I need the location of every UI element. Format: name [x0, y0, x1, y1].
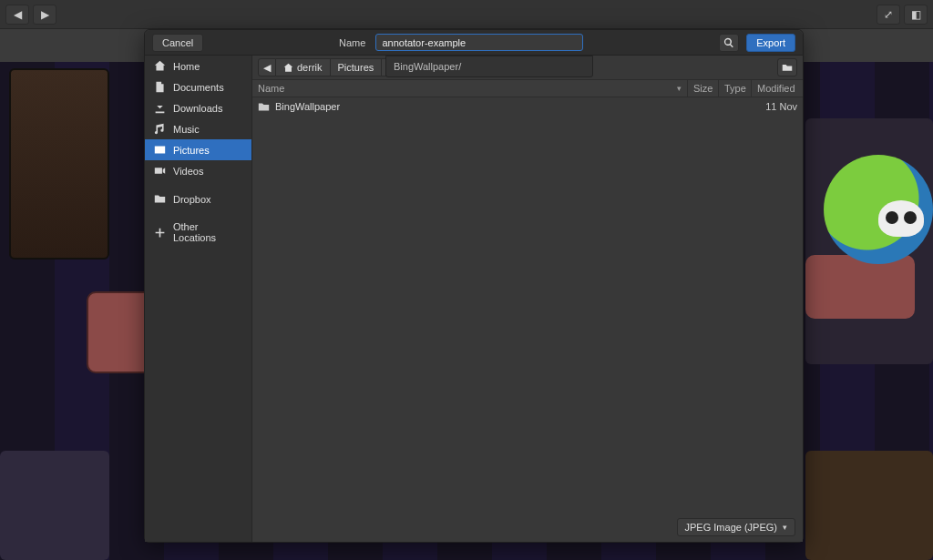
toolbar-action-button[interactable]: ⤢: [877, 5, 900, 25]
file-format-label: JPEG Image (JPEG): [685, 522, 777, 533]
sidebar-item-documents[interactable]: Documents: [145, 76, 251, 97]
chevron-right-icon: ▶: [41, 8, 49, 21]
home-icon: [154, 60, 166, 72]
sidebar-item-label: Music: [173, 124, 200, 135]
sort-indicator-icon: ▾: [677, 84, 682, 93]
breadcrumb-segment-home[interactable]: derrik: [276, 58, 331, 76]
folder-icon: [258, 101, 270, 113]
column-label: Name: [258, 83, 284, 94]
bg-decoration: [9, 68, 109, 260]
column-header-size[interactable]: Size: [688, 80, 719, 97]
places-sidebar: Home Documents Downloads Music Pictures …: [145, 56, 252, 542]
file-name-label: BingWallpaper: [275, 101, 340, 112]
file-list-header: Name ▾ Size Type Modified: [252, 79, 803, 97]
sidebar-item-downloads[interactable]: Downloads: [145, 97, 251, 118]
cancel-button[interactable]: Cancel: [152, 34, 203, 52]
column-label: Modified: [757, 83, 795, 94]
breadcrumb-label: Pictures: [338, 62, 374, 73]
sidebar-item-label: Other Locations: [173, 221, 242, 243]
bg-decoration: [878, 200, 924, 237]
toolbar-action-button[interactable]: ◧: [904, 5, 928, 25]
filename-input[interactable]: [375, 34, 583, 51]
toolbar-back-button[interactable]: ◀: [5, 5, 29, 25]
sidebar-item-dropbox[interactable]: Dropbox: [145, 188, 251, 209]
file-browser-panel: ◀ derrik Pictures ▶ Name: [252, 56, 803, 542]
breadcrumb-label: derrik: [297, 62, 323, 73]
export-button[interactable]: Export: [746, 34, 795, 52]
file-row[interactable]: BingWallpaper 11 Nov: [252, 97, 803, 116]
videos-icon: [154, 165, 166, 177]
sidebar-item-label: Pictures: [173, 145, 210, 156]
sidebar-item-home[interactable]: Home: [145, 56, 251, 76]
document-icon: [154, 81, 166, 93]
column-header-modified[interactable]: Modified: [752, 80, 803, 97]
file-type-cell: [719, 97, 752, 116]
sidebar-item-label: Home: [173, 61, 200, 72]
filename-label: Name: [339, 37, 365, 48]
plus-icon: [154, 227, 166, 239]
file-list[interactable]: BingWallpaper 11 Nov: [252, 97, 803, 542]
sidebar-item-label: Dropbox: [173, 194, 211, 205]
bg-decoration: [0, 451, 109, 560]
new-folder-button[interactable]: [777, 58, 797, 76]
toolbar-forward-button[interactable]: ▶: [33, 5, 56, 25]
bg-decoration: [805, 255, 915, 319]
new-folder-icon: [782, 62, 793, 73]
chevron-left-icon: ◀: [263, 62, 271, 74]
music-icon: [154, 123, 166, 135]
completion-item-label: BingWallpaper/: [394, 61, 461, 72]
sidebar-item-other-locations[interactable]: Other Locations: [145, 217, 251, 248]
download-icon: [154, 102, 166, 114]
search-icon: [723, 37, 734, 48]
column-label: Type: [724, 83, 746, 94]
dialog-footer: JPEG Image (JPEG) ▾: [677, 518, 795, 536]
file-format-selector[interactable]: JPEG Image (JPEG) ▾: [677, 518, 795, 536]
file-size-cell: [688, 97, 719, 116]
sidebar-item-label: Documents: [173, 82, 224, 93]
column-header-name[interactable]: Name ▾: [252, 80, 688, 97]
search-button[interactable]: [719, 34, 739, 52]
dialog-header: Cancel Name Export: [145, 30, 803, 56]
export-dialog: Cancel Name Export BingWallpaper/ Home D…: [144, 29, 804, 543]
file-modified-cell: 11 Nov: [752, 97, 803, 116]
breadcrumb-segment-folder[interactable]: Pictures: [331, 58, 383, 76]
action-icon: ◧: [911, 8, 921, 21]
column-header-type[interactable]: Type: [719, 80, 752, 97]
chevron-down-icon: ▾: [783, 523, 787, 532]
bg-decoration: [805, 451, 933, 560]
sidebar-item-videos[interactable]: Videos: [145, 160, 251, 181]
home-icon: [283, 63, 293, 73]
file-name-cell: BingWallpaper: [252, 97, 688, 116]
sidebar-item-music[interactable]: Music: [145, 118, 251, 139]
sidebar-item-pictures[interactable]: Pictures: [145, 139, 251, 160]
sidebar-item-label: Downloads: [173, 103, 222, 114]
column-label: Size: [693, 83, 713, 94]
action-icon: ⤢: [884, 8, 893, 21]
chevron-left-icon: ◀: [14, 8, 22, 21]
main-toolbar: ◀ ▶ ⤢ ◧: [0, 0, 933, 29]
folder-icon: [154, 193, 166, 205]
filename-completion-popover[interactable]: BingWallpaper/: [385, 56, 593, 77]
sidebar-item-label: Videos: [173, 166, 203, 177]
pictures-icon: [154, 144, 166, 156]
breadcrumb-back-button[interactable]: ◀: [258, 58, 276, 76]
